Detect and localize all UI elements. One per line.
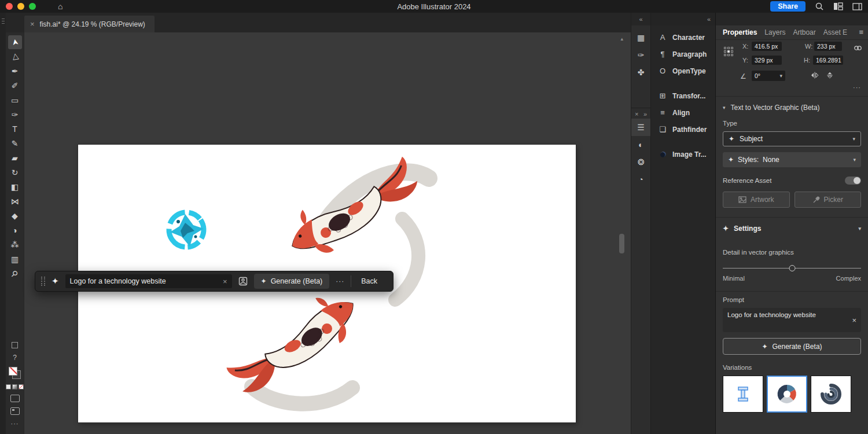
close-tab-icon[interactable]: × [30, 20, 35, 28]
slider-thumb[interactable] [789, 265, 795, 271]
history-icon[interactable]: ❂ [631, 153, 650, 171]
share-button[interactable]: Share [770, 1, 806, 12]
symbols-icon[interactable]: ✤ [631, 64, 650, 81]
styles-select[interactable]: ✦ Styles: None ▾ [723, 152, 861, 167]
taskbar-more-button[interactable]: ··· [336, 277, 344, 285]
expand-panel-icon[interactable]: » [643, 111, 647, 117]
menu-panel-icon[interactable]: ☰ [631, 119, 650, 136]
tool-type[interactable]: T [8, 122, 22, 136]
panel-paragraph[interactable]: ¶ Paragraph [651, 46, 715, 62]
generate-button[interactable]: ✦ Generate (Beta) [254, 274, 330, 289]
maximize-window-button[interactable] [29, 3, 36, 10]
clear-prompt-icon[interactable]: × [223, 277, 227, 286]
y-field[interactable]: 329 px [752, 56, 782, 65]
fill-swatch[interactable] [9, 367, 17, 376]
tool-symbol-sprayer[interactable]: ⁂ [8, 238, 22, 252]
panel-align-label: Align [672, 109, 690, 117]
collapse-panels-icon[interactable]: « [631, 13, 650, 25]
drawing-mode-icon[interactable] [12, 342, 18, 348]
panel-align[interactable]: ≡ Align [651, 104, 715, 121]
brushes-icon[interactable]: ✑ [631, 46, 650, 64]
reference-point-selector[interactable] [724, 47, 733, 56]
t2v-section-header[interactable]: ▾ Text to Vector Graphic (Beta) [723, 104, 861, 112]
variation-thumb-1[interactable] [723, 376, 763, 413]
panel-character[interactable]: A Character [651, 29, 715, 46]
panel-transform[interactable]: ⊞ Transfor... [651, 87, 715, 104]
tab-artboards[interactable]: Artboar [793, 28, 815, 36]
canvas[interactable]: ✦ Logo for a technology website × ✦ Gene… [24, 32, 631, 434]
tool-rotate[interactable]: ↻ [8, 165, 22, 179]
edit-toolbar-button[interactable]: ··· [11, 420, 19, 427]
scroll-up-arrow[interactable]: ▴ [620, 36, 623, 42]
tool-direct-selection[interactable]: ▷ [8, 50, 22, 64]
tab-properties[interactable]: Properties [723, 28, 757, 36]
panels-layout-icon[interactable] [852, 3, 862, 10]
tool-graph[interactable]: ▥ [8, 252, 22, 266]
tool-curvature[interactable]: ✐ [8, 79, 22, 93]
tool-pen[interactable]: ✒ [8, 64, 22, 78]
clear-prompt-icon[interactable]: × [852, 316, 856, 325]
detail-slider[interactable] [723, 265, 861, 272]
tool-paintbrush[interactable]: ✑ [8, 108, 22, 122]
tool-eyedropper[interactable]: ◆ [8, 209, 22, 223]
comments-icon[interactable]: ◔ [631, 171, 650, 188]
reference-asset-toggle[interactable] [845, 176, 861, 185]
tab-asset-export[interactable]: Asset E [823, 28, 847, 36]
tool-eraser[interactable]: ▰ [8, 151, 22, 165]
prompt-input[interactable]: Logo for a technology website × [65, 274, 232, 288]
back-button[interactable]: Back [358, 277, 381, 285]
collapse-panels-icon-2[interactable]: « [651, 13, 715, 25]
constrain-proportions-icon[interactable] [854, 45, 862, 53]
close-window-button[interactable] [6, 3, 13, 10]
tab-layers[interactable]: Layers [764, 28, 785, 36]
x-field[interactable]: 416.5 px [752, 42, 782, 51]
document-tab[interactable]: × fish.ai* @ 24.19 % (RGB/Preview) [24, 16, 155, 32]
search-icon[interactable] [815, 2, 824, 11]
tool-pencil[interactable]: ✎ [8, 137, 22, 150]
swatches-icon[interactable]: ▦ [631, 29, 650, 46]
tool-selection[interactable]: ➤ [8, 35, 22, 49]
vertical-scrollbar-thumb[interactable] [619, 234, 624, 253]
minimize-window-button[interactable] [17, 3, 24, 10]
tool-direct-selection-icon: ▷ [10, 53, 20, 60]
prompt-textarea[interactable]: Logo for a technology website × [723, 308, 861, 332]
taskbar-drag-handle[interactable] [41, 277, 45, 286]
tool-rectangle[interactable]: ▭ [8, 93, 22, 107]
panel-opentype[interactable]: O OpenType [651, 62, 715, 79]
panel-menu-icon[interactable]: ≡ [859, 28, 863, 36]
tool-blend[interactable]: ◑ [8, 223, 22, 237]
picker-button[interactable]: Picker [795, 192, 862, 208]
home-icon[interactable]: ⌂ [58, 2, 62, 10]
workspace-switcher-icon[interactable] [833, 2, 843, 10]
settings-section-header[interactable]: ✦ Settings ▾ [723, 225, 861, 233]
w-field[interactable]: 233 px [814, 42, 842, 51]
flip-horizontal-icon[interactable] [811, 72, 819, 80]
panel-image-trace[interactable]: ● Image Tr... [651, 146, 715, 163]
tool-blend-icon: ◑ [12, 226, 17, 234]
tool-width[interactable]: ⋈ [8, 194, 22, 208]
h-field[interactable]: 169.2891 [813, 56, 843, 65]
tool-zoom[interactable]: ⚲ [8, 267, 22, 281]
subject-select[interactable]: ✦ Subject ▾ [723, 131, 861, 146]
close-panel-icon[interactable]: × [635, 111, 638, 117]
reference-image-button[interactable] [238, 277, 248, 286]
libraries-icon[interactable]: ◐ [631, 136, 650, 153]
help-icon[interactable]: ? [13, 354, 17, 362]
draw-normal-mode-icon[interactable] [10, 395, 20, 402]
artwork-button[interactable]: Artwork [723, 192, 790, 208]
contextual-taskbar[interactable]: ✦ Logo for a technology website × ✦ Gene… [35, 271, 393, 292]
panel-label-column: « A Character ¶ Paragraph O OpenType [650, 13, 715, 434]
variation-thumb-3[interactable] [811, 376, 851, 413]
screen-mode-icon[interactable] [10, 407, 20, 415]
color-mode-trio[interactable] [6, 384, 24, 389]
tool-gradient[interactable]: ◧ [8, 180, 22, 194]
transform-more-options[interactable]: ··· [853, 84, 861, 91]
generate-button-panel[interactable]: ✦ Generate (Beta) [723, 338, 861, 355]
generated-logo-artwork[interactable] [162, 205, 211, 254]
variation-thumb-2[interactable] [767, 376, 807, 413]
rotation-select[interactable]: 0° ▾ [752, 71, 785, 81]
flip-vertical-icon[interactable] [826, 72, 833, 80]
panel-pathfinder[interactable]: ❏ Pathfinder [651, 121, 715, 138]
generate-button-label: Generate (Beta) [271, 277, 323, 285]
fill-stroke-swatches[interactable] [9, 367, 21, 379]
